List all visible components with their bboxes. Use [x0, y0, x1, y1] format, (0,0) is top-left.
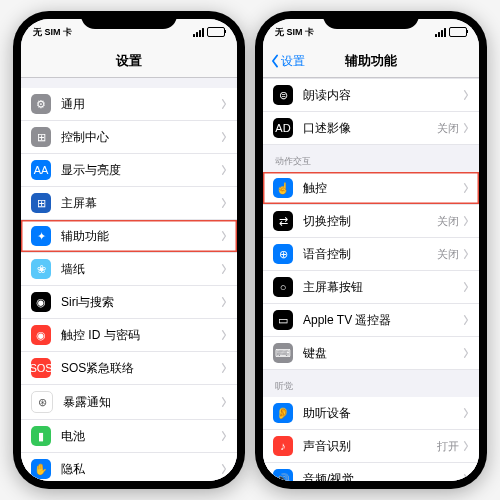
chevron-right-icon	[463, 249, 469, 259]
list-row[interactable]: ⌨键盘	[263, 337, 479, 370]
status-carrier: 无 SIM 卡	[33, 26, 72, 39]
list-row[interactable]: ⊞控制中心	[21, 121, 237, 154]
back-button[interactable]: 设置	[269, 53, 305, 70]
hearing-icon: 👂	[273, 403, 293, 423]
list-row[interactable]: ❀墙纸	[21, 253, 237, 286]
row-label: 触控	[303, 180, 463, 197]
list-row[interactable]: ⚙通用	[21, 88, 237, 121]
row-label: 暴露通知	[63, 394, 221, 411]
keyboard-icon: ⌨	[273, 343, 293, 363]
phone-left: 无 SIM 卡 设置 ⚙通用⊞控制中心AA显示与亮度⊞主屏幕✦辅助功能❀墙纸◉S…	[13, 11, 245, 489]
siri-icon: ◉	[31, 292, 51, 312]
list-row[interactable]: ⊛暴露通知	[21, 385, 237, 420]
row-label: 主屏幕按钮	[303, 279, 463, 296]
signal-icon	[193, 28, 204, 37]
list-row[interactable]: AD口述影像关闭	[263, 112, 479, 145]
voice-icon: ⊕	[273, 244, 293, 264]
chevron-right-icon	[221, 464, 227, 474]
wallpaper-icon: ❀	[31, 259, 51, 279]
nav-bar: 设置 辅助功能	[263, 45, 479, 78]
page-title: 设置	[116, 52, 142, 70]
touchid-icon: ◉	[31, 325, 51, 345]
list-row[interactable]: ✦辅助功能	[21, 220, 237, 253]
chevron-right-icon	[221, 264, 227, 274]
row-label: 通用	[61, 96, 221, 113]
row-value: 关闭	[437, 214, 459, 229]
row-value: 关闭	[437, 121, 459, 136]
chevron-right-icon	[463, 348, 469, 358]
row-label: 主屏幕	[61, 195, 221, 212]
chevron-right-icon	[221, 330, 227, 340]
status-right	[435, 27, 467, 37]
list-row[interactable]: ◉Siri与搜索	[21, 286, 237, 319]
list-row[interactable]: ⇄切换控制关闭	[263, 205, 479, 238]
list-row[interactable]: SOSSOS紧急联络	[21, 352, 237, 385]
speak-icon: ⊜	[273, 85, 293, 105]
row-label: Siri与搜索	[61, 294, 221, 311]
list-row[interactable]: ▮电池	[21, 420, 237, 453]
homebutton-icon: ○	[273, 277, 293, 297]
ad-icon: AD	[273, 118, 293, 138]
list-row[interactable]: ◉触控 ID 与密码	[21, 319, 237, 352]
notch	[323, 11, 419, 29]
list-row[interactable]: 👂助听设备	[263, 397, 479, 430]
touch-icon: ☝	[273, 178, 293, 198]
row-label: 隐私	[61, 461, 221, 478]
page-title: 辅助功能	[345, 52, 397, 70]
chevron-right-icon	[463, 408, 469, 418]
list-row[interactable]: ⊕语音控制关闭	[263, 238, 479, 271]
settings-list[interactable]: ⚙通用⊞控制中心AA显示与亮度⊞主屏幕✦辅助功能❀墙纸◉Siri与搜索◉触控 I…	[21, 78, 237, 481]
gear-icon: ⚙	[31, 94, 51, 114]
chevron-right-icon	[221, 165, 227, 175]
row-label: 朗读内容	[303, 87, 463, 104]
exposure-icon: ⊛	[31, 391, 53, 413]
list-row[interactable]: ✋隐私	[21, 453, 237, 481]
list-row[interactable]: ⊜朗读内容	[263, 78, 479, 112]
chevron-right-icon	[221, 431, 227, 441]
chevron-right-icon	[221, 198, 227, 208]
section-header: 听觉	[263, 370, 479, 397]
nav-bar: 设置	[21, 45, 237, 78]
row-label: 语音控制	[303, 246, 437, 263]
list-row[interactable]: ○主屏幕按钮	[263, 271, 479, 304]
list-row[interactable]: ☝触控	[263, 172, 479, 205]
remote-icon: ▭	[273, 310, 293, 330]
switch-icon: ⇄	[273, 211, 293, 231]
sound-icon: ♪	[273, 436, 293, 456]
row-label: Apple TV 遥控器	[303, 312, 463, 329]
aa-icon: AA	[31, 160, 51, 180]
list-row[interactable]: AA显示与亮度	[21, 154, 237, 187]
chevron-right-icon	[463, 183, 469, 193]
row-label: 切换控制	[303, 213, 437, 230]
row-label: 键盘	[303, 345, 463, 362]
screen-right: 无 SIM 卡 设置 辅助功能 ⊜朗读内容AD口述影像关闭动作交互☝触控⇄切换控…	[263, 19, 479, 481]
sos-icon: SOS	[31, 358, 51, 378]
chevron-right-icon	[221, 99, 227, 109]
chevron-right-icon	[221, 297, 227, 307]
notch	[81, 11, 177, 29]
row-value: 关闭	[437, 247, 459, 262]
row-label: 控制中心	[61, 129, 221, 146]
status-carrier: 无 SIM 卡	[275, 26, 314, 39]
row-label: 助听设备	[303, 405, 463, 422]
accessibility-list[interactable]: ⊜朗读内容AD口述影像关闭动作交互☝触控⇄切换控制关闭⊕语音控制关闭○主屏幕按钮…	[263, 78, 479, 481]
phone-right: 无 SIM 卡 设置 辅助功能 ⊜朗读内容AD口述影像关闭动作交互☝触控⇄切换控…	[255, 11, 487, 489]
row-label: SOS紧急联络	[61, 360, 221, 377]
sliders-icon: ⊞	[31, 127, 51, 147]
list-row[interactable]: ♪声音识别打开	[263, 430, 479, 463]
chevron-right-icon	[463, 90, 469, 100]
section-header: 动作交互	[263, 145, 479, 172]
chevron-right-icon	[221, 231, 227, 241]
list-row[interactable]: ⊞主屏幕	[21, 187, 237, 220]
row-label: 口述影像	[303, 120, 437, 137]
chevron-right-icon	[221, 363, 227, 373]
chevron-right-icon	[463, 315, 469, 325]
chevron-right-icon	[463, 441, 469, 451]
signal-icon	[435, 28, 446, 37]
list-row[interactable]: 🔊音频/视觉	[263, 463, 479, 481]
chevron-right-icon	[463, 474, 469, 481]
chevron-right-icon	[463, 123, 469, 133]
screen-left: 无 SIM 卡 设置 ⚙通用⊞控制中心AA显示与亮度⊞主屏幕✦辅助功能❀墙纸◉S…	[21, 19, 237, 481]
home-icon: ⊞	[31, 193, 51, 213]
list-row[interactable]: ▭Apple TV 遥控器	[263, 304, 479, 337]
